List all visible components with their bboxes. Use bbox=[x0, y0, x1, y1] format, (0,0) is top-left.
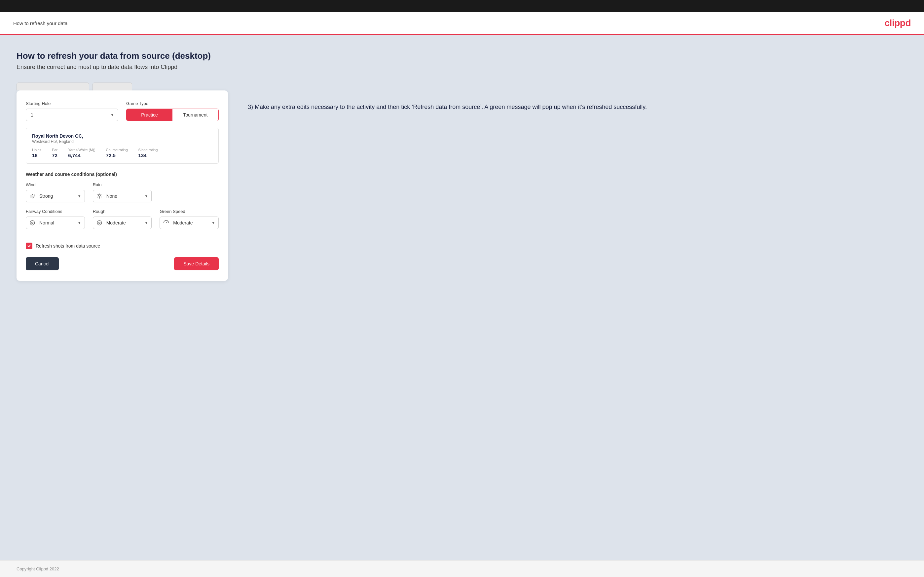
svg-line-13 bbox=[166, 221, 168, 223]
stat-course-rating: Course rating 72.5 bbox=[106, 148, 128, 158]
holes-label: Holes bbox=[32, 148, 41, 152]
green-speed-icon bbox=[160, 217, 172, 229]
par-label: Par bbox=[52, 148, 58, 152]
rough-label: Rough bbox=[93, 209, 152, 214]
wind-select[interactable]: Strong None Mild Moderate bbox=[38, 190, 84, 202]
green-speed-label: Green Speed bbox=[160, 209, 219, 214]
wind-icon bbox=[26, 190, 38, 202]
save-button[interactable]: Save Details bbox=[174, 257, 219, 270]
refresh-checkbox[interactable] bbox=[26, 243, 32, 249]
game-type-group: Game Type Practice Tournament bbox=[126, 101, 219, 121]
fairway-group: Fairway Conditions Normal Dry bbox=[26, 209, 85, 229]
practice-button[interactable]: Practice bbox=[126, 109, 173, 121]
form-row-top: Starting Hole 1 10 ▼ Game Type Practi bbox=[26, 101, 219, 121]
footer-copyright: Copyright Clippd 2022 bbox=[16, 566, 59, 571]
holes-value: 18 bbox=[32, 153, 41, 158]
course-rating-value: 72.5 bbox=[106, 153, 128, 158]
rain-select[interactable]: None Light Moderate Heavy bbox=[105, 190, 152, 202]
slope-rating-value: 134 bbox=[139, 153, 158, 158]
rain-select-wrapper: None Light Moderate Heavy ▼ bbox=[93, 190, 152, 202]
svg-point-12 bbox=[99, 222, 100, 224]
refresh-checkbox-label: Refresh shots from data source bbox=[36, 243, 100, 248]
logo: clippd bbox=[885, 18, 911, 28]
header-title: How to refresh your data bbox=[13, 21, 68, 26]
rain-icon bbox=[93, 190, 105, 202]
svg-point-10 bbox=[32, 222, 33, 224]
wind-select-wrapper: Strong None Mild Moderate ▼ bbox=[26, 190, 85, 202]
svg-point-9 bbox=[30, 221, 35, 225]
tournament-button[interactable]: Tournament bbox=[173, 109, 218, 121]
yards-value: 6,744 bbox=[68, 153, 95, 158]
button-row: Cancel Save Details bbox=[26, 257, 219, 270]
course-stats: Holes 18 Par 72 Yards/White (M)) 6,744 bbox=[32, 148, 212, 158]
rain-label: Rain bbox=[93, 182, 152, 187]
stat-par: Par 72 bbox=[52, 148, 58, 158]
fairway-select-wrapper: Normal Dry Wet Firm Soft ▼ bbox=[26, 216, 85, 229]
page-subtitle: Ensure the correct and most up to date d… bbox=[16, 64, 908, 71]
rough-icon bbox=[93, 217, 105, 229]
stat-slope-rating: Slope rating 134 bbox=[139, 148, 158, 158]
starting-hole-label: Starting Hole bbox=[26, 101, 118, 106]
main-content: How to refresh your data from source (de… bbox=[0, 35, 924, 560]
cancel-button[interactable]: Cancel bbox=[26, 257, 59, 270]
form-row-weather2: Fairway Conditions Normal Dry bbox=[26, 209, 219, 229]
svg-line-4 bbox=[101, 198, 101, 198]
content-area: Starting Hole 1 10 ▼ Game Type Practi bbox=[16, 82, 908, 281]
side-description-text: 3) Make any extra edits necessary to the… bbox=[248, 102, 908, 112]
form-card: Starting Hole 1 10 ▼ Game Type Practi bbox=[16, 82, 228, 281]
course-rating-label: Course rating bbox=[106, 148, 128, 152]
game-type-label: Game Type bbox=[126, 101, 219, 106]
green-speed-group: Green Speed Moderate bbox=[160, 209, 219, 229]
green-speed-select-wrapper: Moderate Slow Fast Very Fast ▼ bbox=[160, 216, 219, 229]
stat-holes: Holes 18 bbox=[32, 148, 41, 158]
par-value: 72 bbox=[52, 153, 58, 158]
svg-point-0 bbox=[99, 194, 100, 197]
header: How to refresh your data clippd bbox=[0, 12, 924, 35]
rough-select[interactable]: Moderate Short Long Very Long bbox=[105, 217, 152, 229]
svg-point-11 bbox=[97, 221, 102, 225]
form-row-weather1: Wind Strong None Mild Mod bbox=[26, 182, 219, 202]
course-location: Westward Ho!, England bbox=[32, 139, 212, 144]
rough-select-wrapper: Moderate Short Long Very Long ▼ bbox=[93, 216, 152, 229]
rough-group: Rough Moderate Short L bbox=[93, 209, 152, 229]
page-title: How to refresh your data from source (de… bbox=[16, 51, 908, 61]
starting-hole-select-wrapper: 1 10 ▼ bbox=[26, 109, 118, 121]
rain-group: Rain bbox=[93, 182, 152, 202]
wind-label: Wind bbox=[26, 182, 85, 187]
top-bar bbox=[0, 0, 924, 12]
game-type-buttons: Practice Tournament bbox=[126, 109, 219, 121]
footer: Copyright Clippd 2022 bbox=[0, 560, 924, 577]
starting-hole-group: Starting Hole 1 10 ▼ bbox=[26, 101, 118, 121]
refresh-checkbox-row: Refresh shots from data source bbox=[26, 243, 219, 249]
wind-group: Wind Strong None Mild Mod bbox=[26, 182, 85, 202]
slope-rating-label: Slope rating bbox=[139, 148, 158, 152]
yards-label: Yards/White (M)) bbox=[68, 148, 95, 152]
weather-section-title: Weather and course conditions (optional) bbox=[26, 172, 219, 177]
green-speed-select[interactable]: Moderate Slow Fast Very Fast bbox=[172, 217, 218, 229]
course-name: Royal North Devon GC, bbox=[32, 133, 212, 139]
stat-yards: Yards/White (M)) 6,744 bbox=[68, 148, 95, 158]
side-description: 3) Make any extra edits necessary to the… bbox=[248, 82, 908, 112]
starting-hole-select[interactable]: 1 10 bbox=[26, 109, 118, 121]
svg-line-7 bbox=[97, 198, 98, 198]
fairway-select[interactable]: Normal Dry Wet Firm Soft bbox=[38, 217, 84, 229]
fairway-label: Fairway Conditions bbox=[26, 209, 85, 214]
fairway-icon bbox=[26, 217, 38, 229]
course-info-box: Royal North Devon GC, Westward Ho!, Engl… bbox=[26, 128, 219, 164]
